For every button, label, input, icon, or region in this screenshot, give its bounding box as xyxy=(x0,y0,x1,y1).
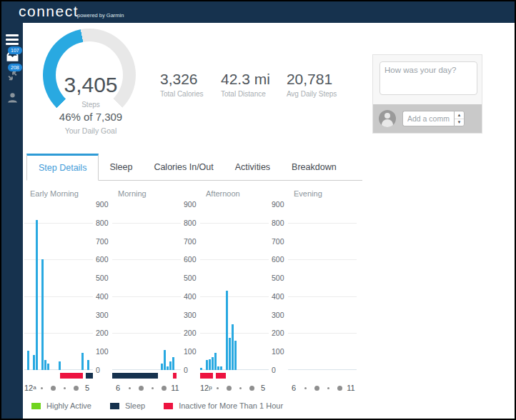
inactive-swatch xyxy=(164,403,173,409)
x-axis-dot xyxy=(217,387,219,389)
y-tick-label: 200 xyxy=(96,329,109,337)
chart-bar xyxy=(232,324,234,370)
chart-bar xyxy=(81,353,84,370)
connections-count-badge[interactable]: 208 xyxy=(8,64,22,71)
panel-plot xyxy=(112,204,181,370)
comment-stepper[interactable]: ▲ ▼ xyxy=(454,111,465,126)
y-tick-label: 300 xyxy=(184,311,197,319)
status-input[interactable] xyxy=(379,61,477,95)
chart-bar xyxy=(226,291,228,370)
y-tick-label: 600 xyxy=(272,255,284,264)
chart-bar xyxy=(209,359,211,370)
goal-progress: 46% of 7,309 xyxy=(34,111,148,123)
y-tick-label: 0 xyxy=(96,366,100,374)
y-tick-label: 900 xyxy=(96,200,109,209)
stepper-down-icon[interactable]: ▼ xyxy=(455,119,464,126)
x-axis-dot xyxy=(41,387,43,389)
x-axis: 12p5 xyxy=(200,381,269,394)
gridline xyxy=(288,223,357,224)
gridline xyxy=(112,259,181,260)
tab-step-details[interactable]: Step Details xyxy=(26,154,99,181)
menu-icon[interactable] xyxy=(6,34,19,47)
x-tick-label: 5 xyxy=(81,381,93,394)
panel-title: Early Morning xyxy=(30,189,79,198)
powered-by-garmin-label: powered by Garmin xyxy=(77,12,124,19)
tab-activities[interactable]: Activities xyxy=(224,154,281,180)
panel-title: Afternoon xyxy=(206,189,240,198)
y-tick-label: 300 xyxy=(96,311,109,319)
y-tick-label: 900 xyxy=(272,200,284,209)
garmin-connect-page: connect powered by Garmin 107 208 xyxy=(0,0,516,420)
x-axis-dot xyxy=(239,387,242,389)
chart-panel-early-morning: Early Morning12a5 xyxy=(24,186,93,396)
x-axis-dot xyxy=(314,386,319,391)
y-tick-label: 500 xyxy=(96,274,109,282)
y-tick-label: 800 xyxy=(272,219,284,227)
y-tick-label: 100 xyxy=(272,347,284,356)
daily-goal-label: Your Daily Goal xyxy=(34,126,148,135)
gridline xyxy=(200,333,269,334)
tab-sleep[interactable]: Sleep xyxy=(99,154,143,180)
chart-bar xyxy=(217,366,219,370)
chart-panel-morning: Morning611 xyxy=(112,186,181,396)
x-axis: 611 xyxy=(288,381,357,394)
chart-panel-afternoon: Afternoon12p5 xyxy=(200,186,269,396)
y-tick-label: 100 xyxy=(184,347,197,356)
chart-bar xyxy=(214,353,217,370)
tab-calories-in-out[interactable]: Calories In/Out xyxy=(143,154,224,180)
y-tick-label: 800 xyxy=(184,219,197,227)
panel-plot xyxy=(288,204,357,370)
connections-icon[interactable] xyxy=(6,70,19,84)
x-axis-dot xyxy=(152,387,154,389)
comment-input[interactable] xyxy=(402,111,454,126)
tab-breakdown[interactable]: Breakdown xyxy=(281,154,347,180)
chart-bar xyxy=(47,364,49,370)
y-axis-labels: 9008007006005004003002001000 xyxy=(181,186,200,396)
stepper-up-icon[interactable]: ▲ xyxy=(455,111,464,119)
gridline xyxy=(200,296,269,297)
x-axis-dot-cell xyxy=(36,381,48,394)
y-tick-label: 700 xyxy=(272,237,284,246)
steps-value: 3,405 xyxy=(34,73,148,97)
x-tick-label: 12a xyxy=(24,381,36,394)
steps-label: Steps xyxy=(34,101,148,109)
chart-bar xyxy=(234,341,237,370)
y-tick-label: 0 xyxy=(184,366,188,374)
profile-icon[interactable] xyxy=(6,91,19,106)
avatar[interactable] xyxy=(379,110,396,127)
inbox-count-badge[interactable]: 107 xyxy=(8,46,22,54)
chart-legend: Highly Active Sleep Inactive for More Th… xyxy=(31,401,302,410)
timeline-segment-inactive xyxy=(60,373,83,379)
gridline xyxy=(112,333,181,334)
stat-avg-daily-steps: 20,781 Avg Daily Steps xyxy=(287,71,337,98)
timeline-segment-sleep xyxy=(112,373,158,379)
top-bar: connect powered by Garmin xyxy=(1,1,515,23)
x-axis-dot xyxy=(304,387,307,389)
panel-title: Evening xyxy=(294,189,322,198)
y-tick-label: 0 xyxy=(272,366,276,374)
x-axis-dot-cell xyxy=(246,381,257,394)
gridline xyxy=(288,296,357,297)
chart-bar xyxy=(36,220,38,370)
chart-bar xyxy=(206,360,208,370)
x-axis: 611 xyxy=(112,381,181,394)
x-axis-dot xyxy=(327,387,329,389)
x-axis-dot-cell xyxy=(322,381,334,394)
stat-total-distance: 42.3 mi Total Distance xyxy=(221,71,270,98)
timeline-segment-inactive xyxy=(200,373,213,379)
x-axis-dot xyxy=(162,386,167,391)
x-axis-dot xyxy=(74,386,79,391)
chart-bar xyxy=(33,355,35,370)
panel-plot xyxy=(200,204,269,370)
step-chart: Early Morning12a590080070060050040030020… xyxy=(24,186,357,396)
timeline-segment-sleep xyxy=(86,373,93,379)
y-tick-label: 900 xyxy=(184,200,197,209)
chart-bar xyxy=(220,366,222,370)
stat-total-calories: 3,326 Total Calories xyxy=(160,71,204,98)
y-tick-label: 400 xyxy=(96,292,109,301)
x-tick-label: 5 xyxy=(257,381,269,394)
legend-highly-active: Highly Active xyxy=(31,401,91,410)
connect-logo[interactable]: connect xyxy=(19,3,79,20)
chart-bar xyxy=(41,259,44,370)
gridline xyxy=(24,333,93,334)
